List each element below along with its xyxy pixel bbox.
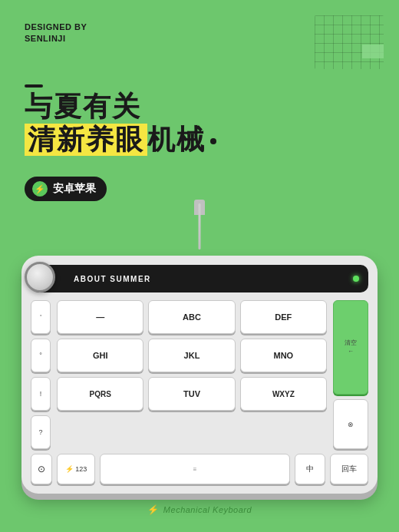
key-mno[interactable]: MNO: [240, 339, 327, 372]
platform-badge[interactable]: ⚡ 安卓苹果: [25, 177, 107, 201]
footer: ⚡ Mechanical Keyboard: [147, 504, 252, 515]
usb-cable: [199, 203, 201, 249]
footer-icon: ⚡: [147, 504, 159, 515]
key-space-icon: ≡: [193, 466, 197, 473]
side-key-degree[interactable]: °: [31, 339, 51, 372]
heading-line1: 与夏有关: [25, 91, 216, 122]
badge-label: 安卓苹果: [53, 182, 96, 196]
key-delete-circle[interactable]: ⊗: [333, 399, 368, 449]
key-clear-label: 清空: [345, 339, 357, 347]
topbar-label: ABOUT SUMMER: [74, 275, 151, 283]
left-column: ' ° ! ?: [31, 300, 51, 449]
key-abc[interactable]: ABC: [148, 300, 235, 334]
main-rows: ' ° ! ? — ABC DEF GHI JKL: [31, 300, 368, 449]
key-ghi[interactable]: GHI: [57, 339, 143, 372]
main-key-grid: — ABC DEF GHI JKL MNO PQRS TUV WXYZ: [57, 300, 327, 449]
key-pqrs[interactable]: PQRS: [57, 377, 143, 411]
key-jkl[interactable]: JKL: [148, 339, 235, 372]
designer-label: DESIGNED BY SENLINJI: [25, 21, 87, 45]
heading-line2-plain: 机械: [147, 124, 206, 155]
grid-accent-decoration: [362, 45, 384, 58]
key-chinese[interactable]: 中: [295, 454, 325, 484]
key-space[interactable]: ≡: [100, 454, 290, 484]
key-tuv[interactable]: TUV: [148, 377, 235, 411]
key-emoji[interactable]: ⊙: [31, 454, 52, 484]
dash-decoration: [25, 84, 43, 88]
key-clear[interactable]: 清空 ←: [333, 300, 368, 395]
side-key-exclaim[interactable]: !: [31, 377, 51, 411]
page-container: DESIGNED BY SENLINJI 与夏有关 清新养眼 机械 ⚡ 安卓苹果…: [0, 0, 399, 532]
topbar-led: [353, 276, 359, 282]
key-wxyz[interactable]: WXYZ: [240, 377, 327, 411]
heading-line2-highlighted: 清新养眼: [25, 124, 147, 155]
main-heading: 与夏有关 清新养眼 机械: [25, 91, 216, 156]
badge-icon: ⚡: [32, 181, 48, 197]
heading-dot-decoration: [210, 138, 216, 144]
keys-and-bottom: ' ° ! ? — ABC DEF GHI JKL: [31, 300, 368, 484]
key-dash[interactable]: —: [57, 300, 143, 334]
keyboard-body: ABOUT SUMMER ' ° ! ? —: [21, 256, 378, 494]
key-def[interactable]: DEF: [240, 300, 327, 334]
key-123[interactable]: ⚡ 123: [57, 454, 95, 484]
key-clear-arrow: ←: [345, 348, 357, 355]
keyboard-knob[interactable]: [25, 262, 55, 292]
side-key-question[interactable]: ?: [31, 415, 51, 449]
bottom-row: ⊙ ⚡ 123 ≡ 中 回车: [31, 454, 368, 484]
right-column: 清空 ← ⊗: [333, 300, 368, 449]
footer-text: Mechanical Keyboard: [163, 505, 252, 514]
key-enter[interactable]: 回车: [330, 454, 368, 484]
keyboard-topbar: ABOUT SUMMER: [31, 265, 368, 292]
grid-pattern-decoration: [315, 15, 384, 69]
side-key-apostrophe[interactable]: ': [31, 300, 51, 334]
